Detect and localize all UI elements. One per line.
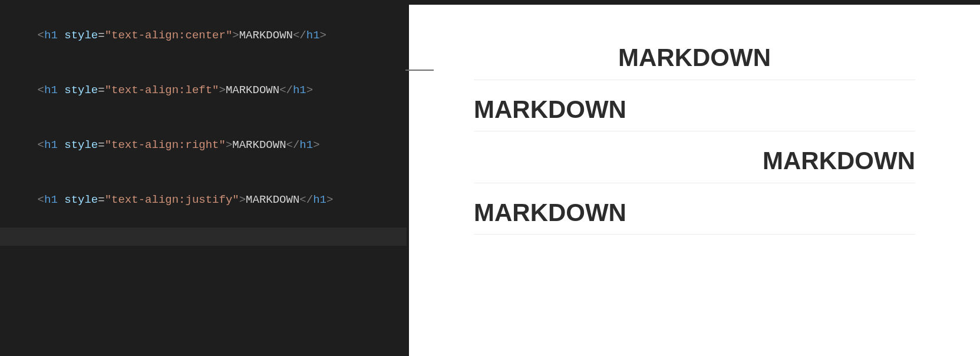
preview-heading-justify: MARKDOWN — [474, 197, 915, 235]
inner-text: MARKDOWN — [239, 29, 293, 42]
code-line[interactable]: <h1 style="text-align:right">MARKDOWN</h… — [0, 118, 407, 173]
attr-name: style — [64, 29, 98, 42]
markdown-preview: MARKDOWN MARKDOWN MARKDOWN MARKDOWN — [409, 0, 980, 356]
splitter-handle-icon — [405, 70, 434, 71]
preview-heading-left: MARKDOWN — [474, 94, 915, 132]
preview-heading-center: MARKDOWN — [474, 42, 915, 80]
pane-splitter[interactable] — [407, 0, 409, 356]
angle-open: < — [38, 29, 44, 42]
preview-heading-right: MARKDOWN — [474, 146, 915, 183]
code-line[interactable]: <h1 style="text-align:center">MARKDOWN</… — [0, 8, 407, 63]
attr-value: "text-align:center" — [105, 29, 233, 42]
code-editor[interactable]: <h1 style="text-align:center">MARKDOWN</… — [0, 0, 407, 356]
code-line-active[interactable] — [0, 228, 407, 246]
code-line[interactable]: <h1 style="text-align:left">MARKDOWN</h1… — [0, 63, 407, 118]
code-line[interactable]: <h1 style="text-align:justify">MARKDOWN<… — [0, 173, 407, 228]
tag-name: h1 — [44, 29, 58, 42]
